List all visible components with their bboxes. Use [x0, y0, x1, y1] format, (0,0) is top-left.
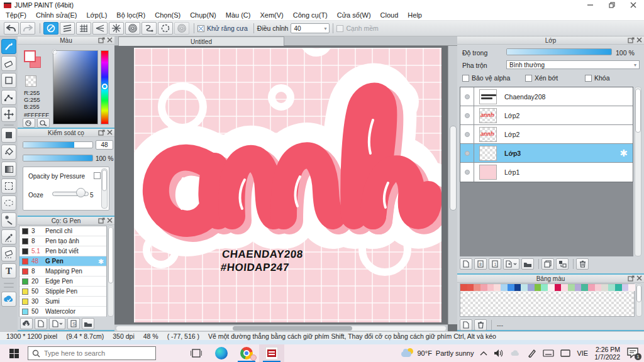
brush-row[interactable]: 8Pen tạo ảnh: [19, 236, 106, 246]
keyboard-icon[interactable]: [543, 349, 554, 357]
clip-checkbox[interactable]: [525, 75, 532, 82]
snap-off-button[interactable]: [43, 22, 58, 35]
brush-row[interactable]: 3Pencil chì: [19, 226, 106, 236]
restore-button[interactable]: [601, 0, 623, 10]
layer-folder-button[interactable]: [521, 258, 534, 270]
select-pen-tool[interactable]: [1, 229, 16, 244]
layer-visibility-toggle[interactable]: [460, 106, 474, 124]
text-tool[interactable]: T: [1, 263, 16, 278]
palette-swatch[interactable]: [501, 284, 508, 291]
palette-swatch[interactable]: [514, 284, 521, 291]
brush-size-value[interactable]: 48: [96, 140, 113, 150]
palette-swatch[interactable]: [494, 284, 501, 291]
brush-row[interactable]: 20Edge Pen: [19, 277, 106, 287]
brush-add-button[interactable]: [35, 318, 47, 329]
menu-select[interactable]: Chọn(S): [155, 11, 180, 19]
brush-row[interactable]: 5.1Pen bút viết: [19, 246, 106, 256]
canvas-horizontal-scrollbar[interactable]: [114, 324, 448, 331]
menu-window[interactable]: Cửa sổ(W): [337, 11, 371, 19]
palette-swatch[interactable]: [555, 284, 562, 291]
palette-swatch[interactable]: [595, 284, 602, 291]
palette-swatch[interactable]: [541, 284, 548, 291]
brush-tool[interactable]: [1, 39, 16, 54]
close-icon[interactable]: [107, 129, 113, 136]
menu-file[interactable]: Tệp(F): [6, 11, 26, 19]
new-layer-button[interactable]: [460, 258, 472, 270]
merge-layer-button[interactable]: [556, 258, 569, 270]
brush-duplicate-button[interactable]: [49, 318, 65, 329]
move-tool[interactable]: [1, 107, 16, 122]
layer-row[interactable]: Lớp1: [460, 163, 633, 182]
brush-settings-gear-icon[interactable]: ✱: [98, 258, 104, 266]
edge-taskbar-button[interactable]: [209, 344, 234, 362]
layer-visibility-toggle[interactable]: [460, 125, 474, 143]
snap-grid-button[interactable]: [76, 22, 91, 35]
pen-icon[interactable]: [528, 349, 536, 358]
onedrive-cloud-icon[interactable]: [510, 349, 521, 357]
select-rect-tool[interactable]: [1, 178, 16, 194]
palette-swatch[interactable]: [480, 284, 487, 291]
brush-opacity-slider[interactable]: [23, 155, 93, 162]
volume-icon[interactable]: [494, 349, 504, 358]
menu-view[interactable]: Xem(V): [260, 11, 283, 19]
palette-swatch[interactable]: [467, 284, 474, 291]
language-indicator[interactable]: VIE: [577, 349, 588, 357]
palette-swatch[interactable]: [487, 284, 494, 291]
action-center-button[interactable]: 1: [626, 347, 640, 359]
palette-swatch[interactable]: [575, 284, 582, 291]
palette-swatch[interactable]: [622, 284, 629, 291]
palette-swatch[interactable]: [528, 284, 535, 291]
popout-icon[interactable]: [98, 37, 105, 43]
palette-swatch[interactable]: [508, 284, 514, 291]
tray-expand-chevron-icon[interactable]: [480, 351, 487, 356]
cloud-tool[interactable]: [1, 292, 16, 307]
close-icon[interactable]: [107, 217, 113, 224]
tablet-icon[interactable]: [560, 349, 570, 357]
snap-parallel-button[interactable]: [60, 22, 75, 35]
popout-icon[interactable]: [628, 37, 635, 43]
adjust-dropdown[interactable]: 40 ▾: [291, 23, 330, 33]
shape-tool[interactable]: [1, 73, 16, 88]
chrome-taskbar-button[interactable]: [234, 344, 259, 362]
layer-visibility-toggle[interactable]: [460, 87, 474, 106]
strip-handle[interactable]: [4, 287, 14, 288]
magic-wand-tool[interactable]: [1, 212, 16, 228]
snap-curve-button[interactable]: [142, 22, 157, 35]
layer-visibility-toggle[interactable]: [460, 163, 474, 182]
palette-swatch[interactable]: [561, 284, 568, 291]
brush-row[interactable]: 8Mapping Pen: [19, 266, 106, 277]
undo-button[interactable]: [4, 22, 19, 35]
menu-capture[interactable]: Chụp(N): [190, 11, 216, 19]
minimize-button[interactable]: [580, 0, 601, 10]
eraser-tool[interactable]: [1, 56, 16, 71]
palette-swatch[interactable]: [608, 284, 615, 291]
saturation-value-picker[interactable]: [53, 50, 98, 124]
layer-row-selected[interactable]: Lớp3 ✱: [460, 144, 633, 163]
close-icon[interactable]: [636, 37, 643, 43]
brush-script-button[interactable]: S: [67, 318, 80, 329]
task-view-button[interactable]: [184, 344, 209, 362]
pressure-checkbox[interactable]: [94, 172, 101, 179]
start-button[interactable]: [0, 344, 28, 362]
fg-bg-swatches[interactable]: [24, 50, 45, 72]
brush-list-scrollbar[interactable]: [108, 226, 114, 317]
ooze-slider-thumb[interactable]: [76, 188, 86, 197]
lock-checkbox[interactable]: [585, 75, 592, 82]
options-scrollbar[interactable]: [101, 168, 108, 209]
antialias-checkbox[interactable]: [197, 25, 204, 32]
palette-edit-button[interactable]: [37, 118, 50, 128]
snap-ellipse-button[interactable]: [158, 22, 173, 35]
menu-help[interactable]: Help: [408, 11, 422, 19]
new-1bit-layer-button[interactable]: 1: [489, 258, 501, 270]
palette-dialog-button[interactable]: [23, 118, 35, 128]
delete-layer-button[interactable]: [576, 258, 589, 270]
palette-swatch[interactable]: [615, 284, 622, 291]
layer-list-scrollbar[interactable]: [635, 87, 641, 256]
menu-layer[interactable]: Lớp(L): [86, 11, 107, 19]
palette-swatch[interactable]: [521, 284, 528, 291]
duplicate-layer-button[interactable]: [541, 258, 554, 270]
palette-swatch[interactable]: [474, 284, 480, 291]
canvas-vertical-scrollbar[interactable]: [448, 46, 457, 324]
popout-icon[interactable]: [628, 275, 635, 282]
layer-row[interactable]: Chaenday208: [460, 87, 633, 106]
